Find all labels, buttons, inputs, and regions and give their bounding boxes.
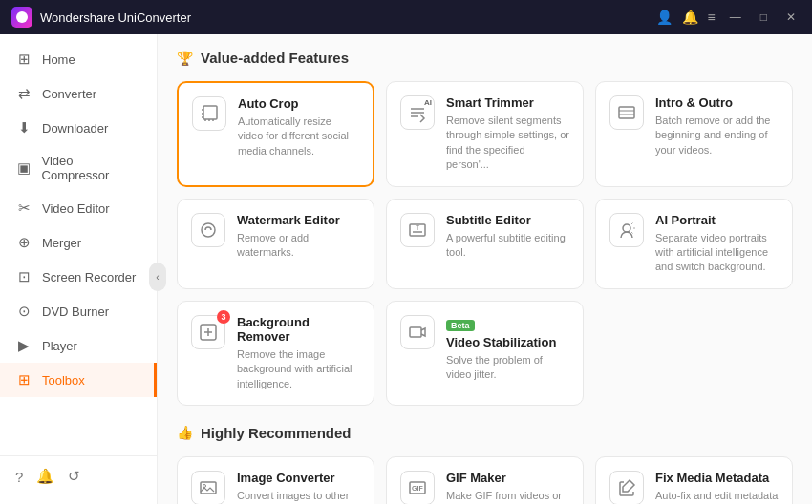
alert-icon[interactable]: 🔔 xyxy=(36,468,54,485)
sidebar-label-video-editor: Video Editor xyxy=(42,201,110,216)
image-converter-name: Image Converter xyxy=(237,471,360,485)
fix-media-metadata-text: Fix Media Metadata Auto-fix and edit met… xyxy=(655,471,779,504)
subtitle-editor-icon: T xyxy=(407,220,428,241)
ai-portrait-icon-wrap xyxy=(609,213,644,247)
title-bar-controls: 👤 🔔 ≡ — □ ✕ xyxy=(656,9,801,26)
card-image-converter[interactable]: Image Converter Convert images to other … xyxy=(177,456,374,504)
sidebar-item-downloader[interactable]: ⬇ Downloader xyxy=(0,111,157,145)
sidebar-item-player[interactable]: ▶ Player xyxy=(0,328,157,363)
smart-trimmer-icon-wrap: AI xyxy=(400,95,435,130)
smart-trimmer-desc: Remove silent segments through simple se… xyxy=(446,114,569,173)
card-subtitle-editor[interactable]: T Subtitle Editor A powerful subtitle ed… xyxy=(386,199,584,289)
sidebar-item-video-compressor[interactable]: ▣ Video Compressor xyxy=(0,145,157,191)
video-stabilization-icon xyxy=(407,322,428,343)
section1-title-icon: 🏆 xyxy=(177,51,193,66)
video-stabilization-name: Video Stabilization xyxy=(446,335,569,349)
fix-media-metadata-name: Fix Media Metadata xyxy=(655,471,779,485)
sidebar: ⊞ Home ⇄ Converter ⬇ Downloader ▣ Video … xyxy=(0,34,158,504)
gif-maker-icon: GIF xyxy=(407,477,428,498)
svg-rect-0 xyxy=(203,106,217,119)
main-layout: ⊞ Home ⇄ Converter ⬇ Downloader ▣ Video … xyxy=(0,34,812,504)
card-intro-outro[interactable]: Intro & Outro Batch remove or add the be… xyxy=(595,81,793,187)
gif-maker-desc: Make GIF from videos or pictures. xyxy=(446,489,569,504)
sidebar-label-dvd-burner: DVD Burner xyxy=(42,304,109,319)
gif-maker-icon-wrap: GIF xyxy=(400,471,435,504)
section2-title-text: Highly Recommended xyxy=(201,425,352,441)
subtitle-editor-icon-wrap: T xyxy=(400,213,435,247)
auto-crop-desc: Automatically resize video for different… xyxy=(238,115,359,158)
sidebar-bottom: ? 🔔 ↺ xyxy=(0,455,157,496)
smart-trimmer-name: Smart Trimmer xyxy=(446,95,569,110)
subtitle-editor-desc: A powerful subtitle editing tool. xyxy=(446,231,569,261)
section2-title: 👍 Highly Recommended xyxy=(177,425,793,441)
section1-title: 🏆 Value-added Features xyxy=(177,50,793,66)
card-video-stabilization[interactable]: Beta Video Stabilization Solve the probl… xyxy=(386,301,584,406)
merger-icon: ⊕ xyxy=(15,234,32,251)
title-bar: Wondershare UniConverter 👤 🔔 ≡ — □ ✕ xyxy=(0,0,812,34)
auto-crop-name: Auto Crop xyxy=(238,96,359,111)
card-fix-media-metadata[interactable]: Fix Media Metadata Auto-fix and edit met… xyxy=(595,456,793,504)
screen-recorder-icon: ⊡ xyxy=(15,268,32,285)
ai-portrait-icon xyxy=(616,220,637,241)
card-background-remover[interactable]: 3 Background Remover Remove the image ba… xyxy=(177,301,374,406)
collapse-button[interactable]: ‹ xyxy=(149,262,166,291)
sidebar-label-downloader: Downloader xyxy=(42,121,108,136)
value-added-grid: Auto Crop Automatically resize video for… xyxy=(177,81,793,406)
help-icon[interactable]: ? xyxy=(15,469,23,485)
intro-outro-text: Intro & Outro Batch remove or add the be… xyxy=(655,95,779,158)
image-converter-text: Image Converter Convert images to other … xyxy=(237,471,360,504)
card-ai-portrait[interactable]: AI Portrait Separate video portraits wit… xyxy=(595,199,793,289)
ai-badge: AI xyxy=(424,98,432,107)
user-icon[interactable]: 👤 xyxy=(656,10,673,25)
menu-icon[interactable]: ≡ xyxy=(708,10,716,25)
sidebar-label-converter: Converter xyxy=(42,87,96,101)
background-remover-desc: Remove the image background with artific… xyxy=(237,347,360,391)
svg-text:GIF: GIF xyxy=(412,485,423,492)
auto-crop-icon-wrap xyxy=(192,96,226,131)
sidebar-item-dvd-burner[interactable]: ⊙ DVD Burner xyxy=(0,294,157,328)
background-remover-text: Background Remover Remove the image back… xyxy=(237,315,360,391)
sidebar-item-home[interactable]: ⊞ Home xyxy=(0,42,157,76)
watermark-editor-icon-wrap xyxy=(191,213,225,247)
watermark-editor-desc: Remove or add watermarks. xyxy=(237,231,360,261)
background-remover-name: Background Remover xyxy=(237,315,360,344)
recommended-grid: Image Converter Convert images to other … xyxy=(177,456,793,504)
video-stabilization-text: Beta Video Stabilization Solve the probl… xyxy=(446,315,569,383)
notification-icon[interactable]: 🔔 xyxy=(682,10,698,25)
subtitle-editor-text: Subtitle Editor A powerful subtitle edit… xyxy=(446,213,569,261)
sidebar-item-toolbox[interactable]: ⊞ Toolbox xyxy=(0,363,157,397)
sidebar-item-video-editor[interactable]: ✂ Video Editor xyxy=(0,191,157,225)
image-converter-desc: Convert images to other formats. xyxy=(237,489,360,504)
home-icon: ⊞ xyxy=(15,51,32,68)
smart-trimmer-text: Smart Trimmer Remove silent segments thr… xyxy=(446,95,569,173)
section2-title-icon: 👍 xyxy=(177,425,193,440)
background-remover-icon-wrap: 3 xyxy=(191,315,225,349)
subtitle-editor-name: Subtitle Editor xyxy=(446,213,569,227)
title-bar-left: Wondershare UniConverter xyxy=(11,7,191,28)
intro-outro-icon-wrap xyxy=(609,95,644,130)
sidebar-item-screen-recorder[interactable]: ⊡ Screen Recorder ‹ xyxy=(0,260,157,294)
card-auto-crop[interactable]: Auto Crop Automatically resize video for… xyxy=(177,81,374,187)
svg-rect-4 xyxy=(619,107,634,118)
svg-text:T: T xyxy=(416,224,420,231)
video-editor-icon: ✂ xyxy=(15,200,32,217)
card-smart-trimmer[interactable]: AI Smart Trimmer Remove silent segments … xyxy=(386,81,584,187)
sidebar-label-screen-recorder: Screen Recorder xyxy=(42,270,136,284)
dvd-burner-icon: ⊙ xyxy=(15,303,32,320)
app-title: Wondershare UniConverter xyxy=(40,10,191,25)
minimize-button[interactable]: — xyxy=(725,9,746,26)
maximize-button[interactable]: □ xyxy=(756,9,772,26)
sidebar-label-toolbox: Toolbox xyxy=(42,373,85,388)
sidebar-item-converter[interactable]: ⇄ Converter xyxy=(0,76,157,111)
sidebar-item-merger[interactable]: ⊕ Merger xyxy=(0,225,157,260)
sidebar-label-home: Home xyxy=(42,52,75,67)
intro-outro-icon xyxy=(616,102,637,123)
card-watermark-editor[interactable]: Watermark Editor Remove or add watermark… xyxy=(177,199,374,289)
refresh-icon[interactable]: ↺ xyxy=(68,468,80,485)
close-button[interactable]: ✕ xyxy=(781,9,801,26)
sidebar-label-video-compressor: Video Compressor xyxy=(42,154,141,182)
intro-outro-desc: Batch remove or add the beginning and en… xyxy=(655,114,779,158)
card-gif-maker[interactable]: GIF GIF Maker Make GIF from videos or pi… xyxy=(386,456,584,504)
video-stabilization-desc: Solve the problem of video jitter. xyxy=(446,353,569,383)
intro-outro-name: Intro & Outro xyxy=(655,95,779,110)
